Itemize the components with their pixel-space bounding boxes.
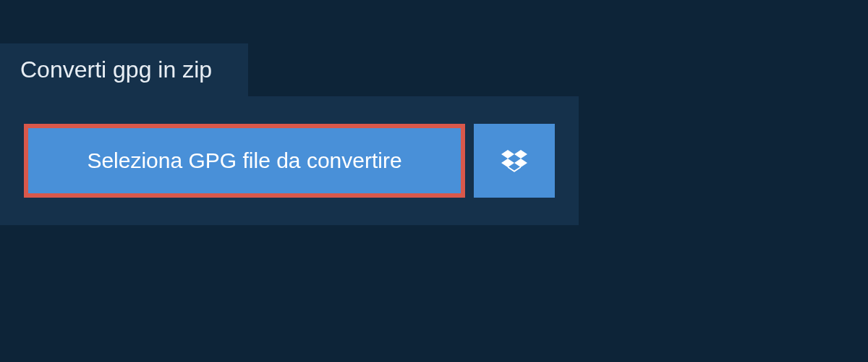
select-file-button[interactable]: Seleziona GPG file da convertire xyxy=(24,124,465,198)
file-select-row: Seleziona GPG file da convertire xyxy=(24,124,555,198)
select-file-label: Seleziona GPG file da convertire xyxy=(87,148,401,173)
dropbox-button[interactable] xyxy=(474,124,555,198)
tab-label: Converti gpg in zip xyxy=(20,56,212,83)
tab-bar: Converti gpg in zip xyxy=(0,0,868,96)
converter-panel: Seleziona GPG file da convertire xyxy=(0,96,579,225)
tab-convert-gpg-zip[interactable]: Converti gpg in zip xyxy=(0,43,248,96)
dropbox-icon xyxy=(501,148,527,174)
